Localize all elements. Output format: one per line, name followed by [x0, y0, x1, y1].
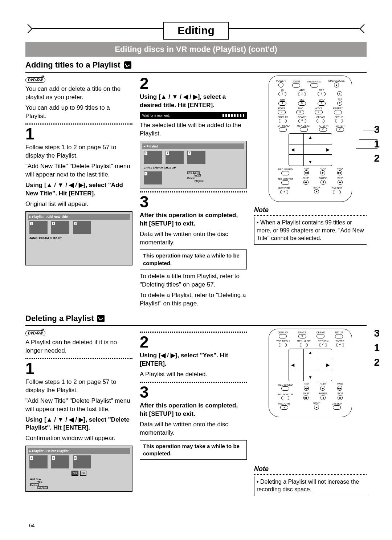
screen-add-new-title: ▸ Playlist - Add New Title 1 2 3 JAN/1 1… [25, 211, 132, 265]
page-header: Editing [25, 22, 367, 40]
s2-step-number-3: 3 [140, 384, 247, 400]
s2-step1-p3: Confirmation window will appear. [25, 434, 132, 443]
step-number-2: 2 [140, 76, 247, 92]
screen-playlist: ▸ Playlist 1 2 3 JAN/1 1:00AM CH12 XP 4 … [140, 141, 247, 188]
section2-title-text: Deleting a Playlist [25, 313, 94, 324]
step3-p1: Data will be written onto the disc momen… [140, 230, 247, 247]
s2-step-number-1: 1 [25, 361, 132, 377]
section-deleting-playlist: Deleting a Playlist [25, 313, 367, 326]
section2-col1: DVD-RW A Playlist can be deleted if it i… [25, 329, 132, 503]
step2-p1: The selected title will be added to the … [140, 121, 247, 138]
step1-p1: Follow steps 1 to 2 on page 57 to displa… [25, 143, 132, 160]
step1-instruction: Using [▲ / ▼ / ◀ / ▶], select "Add New T… [25, 181, 132, 198]
remote-callouts: 3 1 2 [374, 123, 380, 165]
dpad: ▲▼◀▶ [289, 133, 332, 166]
s2-step3-p1: Data will be written onto the disc momen… [140, 421, 247, 437]
section2-col3: DISPLAYSPACE0CLEARSETUP TOP MENUMENU/LIS… [254, 329, 367, 503]
s2-step-number-2: 2 [140, 334, 247, 350]
screen-delete-playlist: ▸ Playlist - Delete Playlist 1 2 3 Yes N… [25, 446, 132, 491]
note-body: • When a Playlist contains 99 titles or … [254, 217, 367, 245]
dpad-2: ▲▼◀▶ [289, 349, 332, 381]
step3-p2: To delete a title from Playlist, refer t… [140, 272, 247, 289]
step2-instruction: Using [▲ / ▼ / ◀ / ▶], select a desired … [140, 93, 247, 110]
vr-badge-icon [97, 315, 105, 322]
note-heading: Note [254, 206, 367, 214]
wait-indicator: Wait for a moment. [140, 112, 247, 119]
step3-instruction: After this operation is completed, hit [… [140, 211, 247, 228]
dvd-rw-badge: DVD-RW [25, 330, 45, 336]
s2-step3-instruction: After this operation is completed, hit [… [140, 402, 247, 418]
s2-step2-instruction: Using [◀ / ▶], select "Yes". Hit [ENTER]… [140, 352, 247, 368]
s2-step1-p1: Follow steps 1 to 2 on page 57 to displa… [25, 378, 132, 395]
s2-note-heading: Note [254, 464, 367, 473]
s2-step2-p1: A Playlist will be deleted. [140, 370, 247, 379]
intro-text: You can add or delete a title on the pla… [25, 85, 132, 102]
dvd-rw-badge: DVD-RW [25, 77, 45, 83]
section2-col2: 2 Using [◀ / ▶], select "Yes". Hit [ENTE… [140, 329, 247, 503]
section-adding-titles: Adding titles to a Playlist [25, 60, 367, 73]
s2-step1-instruction: Using [▲ / ▼ / ◀ / ▶], select "Delete Pl… [25, 416, 132, 433]
step-number-1: 1 [25, 126, 132, 142]
step-number-3: 3 [140, 194, 247, 210]
section1-col1: DVD-RW You can add or delete a title on … [25, 76, 132, 310]
warning-box: This operation may take a while to be co… [140, 249, 247, 269]
section2-intro: A Playlist can be deleted if it is no lo… [25, 338, 132, 355]
s2-step1-p2: "Add New Title" "Delete Playlist" menu w… [25, 397, 132, 414]
header-subtitle: Editing discs in VR mode (Playlist) (con… [25, 42, 367, 57]
remote-diagram: POWERZOOMTIMER PROG.OPEN/CLOSE▲ .@/:1ABC… [269, 76, 352, 202]
s2-warning-box: This operation may take a while to be co… [140, 440, 247, 460]
page-number: 64 [29, 522, 35, 529]
section-title-text: Adding titles to a Playlist [25, 60, 121, 70]
intro-text-2: You can add up to 99 titles to a Playlis… [25, 104, 132, 121]
step1-p3: Original list will appear. [25, 200, 132, 208]
header-title: Editing [163, 22, 229, 40]
vr-badge-icon [124, 61, 131, 69]
step1-p2: "Add New Title" "Delete Playlist" menu w… [25, 162, 132, 179]
section1-col2: 2 Using [▲ / ▼ / ◀ / ▶], select a desire… [140, 76, 247, 310]
s2-note-body: • Deleting a Playlist will not increase … [254, 476, 367, 496]
remote-diagram-2: DISPLAYSPACE0CLEARSETUP TOP MENUMENU/LIS… [269, 329, 352, 417]
remote-callouts-2: 3 1 2 [374, 326, 380, 369]
step3-p3: To delete a Playlist, refer to "Deleting… [140, 291, 247, 308]
section1-col3: POWERZOOMTIMER PROG.OPEN/CLOSE▲ .@/:1ABC… [254, 76, 367, 310]
